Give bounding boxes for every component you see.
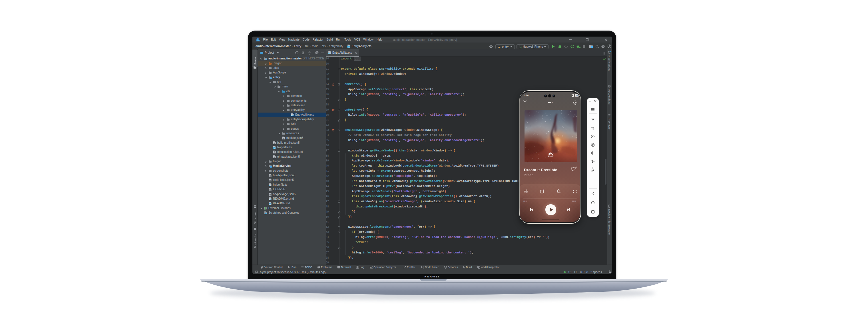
- svg-text:ETS: ETS: [291, 115, 293, 116]
- svg-text:MD: MD: [269, 199, 271, 200]
- svg-text:ETS: ETS: [328, 53, 331, 54]
- svg-text:TS: TS: [274, 148, 275, 149]
- svg-text:HUAWEI: HUAWEI: [548, 156, 553, 157]
- svg-text:+99°: +99°: [575, 166, 577, 168]
- svg-text:MD: MD: [269, 204, 271, 205]
- svg-text:TS: TS: [269, 185, 271, 186]
- svg-text:99: 99: [543, 189, 545, 191]
- svg-text:ETS: ETS: [347, 46, 350, 48]
